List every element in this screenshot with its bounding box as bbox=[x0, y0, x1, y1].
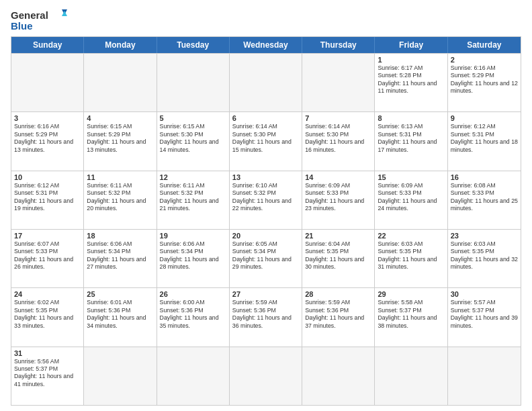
day-header-thursday: Thursday bbox=[302, 37, 375, 53]
cell-sun-info: Sunrise: 6:08 AM Sunset: 5:33 PM Dayligh… bbox=[451, 182, 518, 213]
cell-sun-info: Sunrise: 6:09 AM Sunset: 5:33 PM Dayligh… bbox=[305, 182, 371, 213]
day-header-tuesday: Tuesday bbox=[157, 37, 230, 53]
cell-date-number: 14 bbox=[305, 173, 371, 181]
cell-date-number: 13 bbox=[232, 173, 299, 181]
cell-sun-info: Sunrise: 6:17 AM Sunset: 5:28 PM Dayligh… bbox=[378, 64, 444, 95]
calendar-cell-31: 31Sunrise: 5:56 AM Sunset: 5:37 PM Dayli… bbox=[11, 347, 84, 405]
day-header-sunday: Sunday bbox=[11, 37, 84, 53]
calendar-cell-7: 7Sunrise: 6:14 AM Sunset: 5:30 PM Daylig… bbox=[302, 112, 375, 170]
empty-cell bbox=[448, 347, 521, 405]
cell-date-number: 25 bbox=[87, 290, 153, 298]
cell-date-number: 2 bbox=[451, 56, 518, 64]
cell-sun-info: Sunrise: 5:59 AM Sunset: 5:36 PM Dayligh… bbox=[305, 299, 371, 330]
cell-sun-info: Sunrise: 6:14 AM Sunset: 5:30 PM Dayligh… bbox=[232, 123, 299, 154]
calendar-cell-11: 11Sunrise: 6:11 AM Sunset: 5:32 PM Dayli… bbox=[84, 171, 157, 229]
cell-date-number: 31 bbox=[14, 349, 81, 357]
logo: General Blue bbox=[11, 8, 71, 32]
cell-sun-info: Sunrise: 5:58 AM Sunset: 5:37 PM Dayligh… bbox=[378, 299, 444, 330]
cell-date-number: 18 bbox=[87, 232, 153, 240]
cell-date-number: 9 bbox=[451, 114, 518, 122]
cell-sun-info: Sunrise: 6:16 AM Sunset: 5:29 PM Dayligh… bbox=[451, 64, 518, 95]
cell-sun-info: Sunrise: 6:06 AM Sunset: 5:34 PM Dayligh… bbox=[87, 240, 153, 271]
cell-date-number: 6 bbox=[232, 114, 299, 122]
weeks-container: 1Sunrise: 6:17 AM Sunset: 5:28 PM Daylig… bbox=[11, 53, 521, 405]
calendar-cell-8: 8Sunrise: 6:13 AM Sunset: 5:31 PM Daylig… bbox=[375, 112, 447, 170]
cell-sun-info: Sunrise: 6:11 AM Sunset: 5:32 PM Dayligh… bbox=[87, 182, 153, 213]
cell-sun-info: Sunrise: 6:00 AM Sunset: 5:36 PM Dayligh… bbox=[160, 299, 226, 330]
cell-sun-info: Sunrise: 6:02 AM Sunset: 5:35 PM Dayligh… bbox=[14, 299, 81, 330]
calendar-cell-20: 20Sunrise: 6:05 AM Sunset: 5:34 PM Dayli… bbox=[230, 230, 302, 287]
svg-marker-3 bbox=[62, 11, 67, 16]
calendar-cell-29: 29Sunrise: 5:58 AM Sunset: 5:37 PM Dayli… bbox=[375, 288, 447, 346]
calendar-cell-24: 24Sunrise: 6:02 AM Sunset: 5:35 PM Dayli… bbox=[11, 288, 84, 346]
day-header-friday: Friday bbox=[375, 37, 447, 53]
day-header-saturday: Saturday bbox=[448, 37, 521, 53]
cell-date-number: 15 bbox=[378, 173, 444, 181]
calendar-cell-21: 21Sunrise: 6:04 AM Sunset: 5:35 PM Dayli… bbox=[302, 230, 375, 287]
cell-sun-info: Sunrise: 6:14 AM Sunset: 5:30 PM Dayligh… bbox=[305, 123, 371, 154]
calendar-cell-28: 28Sunrise: 5:59 AM Sunset: 5:36 PM Dayli… bbox=[302, 288, 375, 346]
cell-sun-info: Sunrise: 5:56 AM Sunset: 5:37 PM Dayligh… bbox=[14, 358, 81, 389]
cell-sun-info: Sunrise: 5:57 AM Sunset: 5:37 PM Dayligh… bbox=[451, 299, 518, 330]
calendar-cell-19: 19Sunrise: 6:06 AM Sunset: 5:34 PM Dayli… bbox=[157, 230, 230, 287]
cell-sun-info: Sunrise: 6:03 AM Sunset: 5:35 PM Dayligh… bbox=[378, 240, 444, 271]
calendar-cell-3: 3Sunrise: 6:16 AM Sunset: 5:29 PM Daylig… bbox=[11, 112, 84, 170]
empty-cell bbox=[302, 54, 375, 111]
cell-sun-info: Sunrise: 6:11 AM Sunset: 5:32 PM Dayligh… bbox=[160, 182, 226, 213]
empty-cell bbox=[157, 347, 230, 405]
cell-sun-info: Sunrise: 6:12 AM Sunset: 5:31 PM Dayligh… bbox=[14, 182, 81, 213]
calendar-cell-16: 16Sunrise: 6:08 AM Sunset: 5:33 PM Dayli… bbox=[448, 171, 521, 229]
calendar-cell-5: 5Sunrise: 6:15 AM Sunset: 5:30 PM Daylig… bbox=[157, 112, 230, 170]
empty-cell bbox=[230, 54, 302, 111]
week-row-3: 10Sunrise: 6:12 AM Sunset: 5:31 PM Dayli… bbox=[11, 171, 521, 229]
cell-date-number: 7 bbox=[305, 114, 371, 122]
cell-sun-info: Sunrise: 6:07 AM Sunset: 5:33 PM Dayligh… bbox=[14, 240, 81, 271]
page: General Blue SundayMondayTuesdayWednesda… bbox=[0, 0, 532, 411]
cell-date-number: 5 bbox=[160, 114, 226, 122]
empty-cell bbox=[11, 54, 84, 111]
calendar-cell-17: 17Sunrise: 6:07 AM Sunset: 5:33 PM Dayli… bbox=[11, 230, 84, 287]
cell-date-number: 20 bbox=[232, 232, 299, 240]
cell-date-number: 8 bbox=[378, 114, 444, 122]
calendar-cell-18: 18Sunrise: 6:06 AM Sunset: 5:34 PM Dayli… bbox=[84, 230, 157, 287]
cell-date-number: 26 bbox=[160, 290, 226, 298]
calendar-cell-12: 12Sunrise: 6:11 AM Sunset: 5:32 PM Dayli… bbox=[157, 171, 230, 229]
empty-cell bbox=[84, 347, 157, 405]
empty-cell bbox=[84, 54, 157, 111]
cell-sun-info: Sunrise: 6:06 AM Sunset: 5:34 PM Dayligh… bbox=[160, 240, 226, 271]
cell-sun-info: Sunrise: 6:15 AM Sunset: 5:30 PM Dayligh… bbox=[160, 123, 226, 154]
cell-date-number: 28 bbox=[305, 290, 371, 298]
cell-date-number: 11 bbox=[87, 173, 153, 181]
cell-date-number: 10 bbox=[14, 173, 81, 181]
cell-sun-info: Sunrise: 6:13 AM Sunset: 5:31 PM Dayligh… bbox=[378, 123, 444, 154]
week-row-2: 3Sunrise: 6:16 AM Sunset: 5:29 PM Daylig… bbox=[11, 111, 521, 170]
calendar-cell-4: 4Sunrise: 6:15 AM Sunset: 5:29 PM Daylig… bbox=[84, 112, 157, 170]
svg-text:Blue: Blue bbox=[11, 20, 33, 32]
day-header-monday: Monday bbox=[84, 37, 157, 53]
cell-date-number: 4 bbox=[87, 114, 153, 122]
calendar-cell-9: 9Sunrise: 6:12 AM Sunset: 5:31 PM Daylig… bbox=[448, 112, 521, 170]
cell-sun-info: Sunrise: 6:12 AM Sunset: 5:31 PM Dayligh… bbox=[451, 123, 518, 154]
cell-date-number: 22 bbox=[378, 232, 444, 240]
cell-sun-info: Sunrise: 6:09 AM Sunset: 5:33 PM Dayligh… bbox=[378, 182, 444, 213]
calendar-cell-25: 25Sunrise: 6:01 AM Sunset: 5:36 PM Dayli… bbox=[84, 288, 157, 346]
cell-sun-info: Sunrise: 5:59 AM Sunset: 5:36 PM Dayligh… bbox=[232, 299, 299, 330]
calendar-cell-22: 22Sunrise: 6:03 AM Sunset: 5:35 PM Dayli… bbox=[375, 230, 447, 287]
cell-date-number: 21 bbox=[305, 232, 371, 240]
cell-date-number: 23 bbox=[451, 232, 518, 240]
cell-sun-info: Sunrise: 6:16 AM Sunset: 5:29 PM Dayligh… bbox=[14, 123, 81, 154]
week-row-4: 17Sunrise: 6:07 AM Sunset: 5:33 PM Dayli… bbox=[11, 229, 521, 287]
cell-date-number: 12 bbox=[160, 173, 226, 181]
cell-sun-info: Sunrise: 6:03 AM Sunset: 5:35 PM Dayligh… bbox=[451, 240, 518, 271]
week-row-6: 31Sunrise: 5:56 AM Sunset: 5:37 PM Dayli… bbox=[11, 347, 521, 405]
cell-date-number: 24 bbox=[14, 290, 81, 298]
calendar-cell-26: 26Sunrise: 6:00 AM Sunset: 5:36 PM Dayli… bbox=[157, 288, 230, 346]
calendar-cell-6: 6Sunrise: 6:14 AM Sunset: 5:30 PM Daylig… bbox=[230, 112, 302, 170]
cell-date-number: 3 bbox=[14, 114, 81, 122]
calendar-cell-23: 23Sunrise: 6:03 AM Sunset: 5:35 PM Dayli… bbox=[448, 230, 521, 287]
cell-date-number: 17 bbox=[14, 232, 81, 240]
cell-sun-info: Sunrise: 6:10 AM Sunset: 5:32 PM Dayligh… bbox=[232, 182, 299, 213]
cell-date-number: 1 bbox=[378, 56, 444, 64]
calendar-cell-30: 30Sunrise: 5:57 AM Sunset: 5:37 PM Dayli… bbox=[448, 288, 521, 346]
empty-cell bbox=[230, 347, 302, 405]
